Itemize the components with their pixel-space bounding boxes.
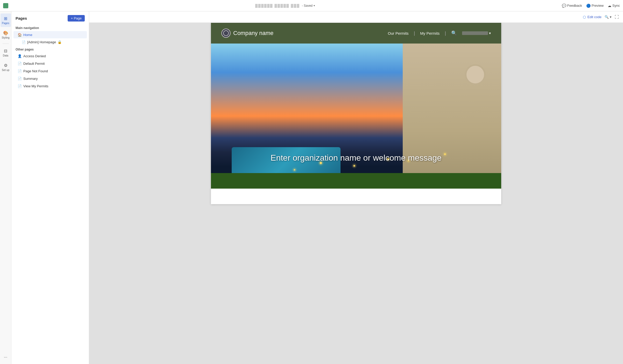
page-not-found-label: Page Not Found xyxy=(23,69,83,73)
icon-rail: ⊞ Pages 🎨 Styling ⊟ Data ⚙ Set up ··· xyxy=(0,11,11,364)
sidebar-header: Pages + Page xyxy=(11,11,89,24)
other-pages-label: Other pages xyxy=(11,46,89,52)
nav-my-permits[interactable]: My Permits xyxy=(420,31,440,35)
nav-divider: | xyxy=(414,31,415,36)
main-layout: ⊞ Pages 🎨 Styling ⊟ Data ⚙ Set up ··· Pa… xyxy=(0,11,623,364)
logo-icon xyxy=(221,28,231,38)
sidebar-item-data[interactable]: ⊟ Data xyxy=(1,46,11,59)
building-window xyxy=(465,64,486,85)
page-icon-notfound: 📄 xyxy=(18,69,22,73)
user-menu-button[interactable]: ▾ xyxy=(462,31,491,35)
expand-button[interactable]: ⛶ xyxy=(615,15,619,19)
styling-label-text: Styling xyxy=(2,36,9,39)
nav-our-permits[interactable]: Our Permits xyxy=(388,31,409,35)
building-image xyxy=(403,44,501,189)
page-icon: 📄 xyxy=(22,40,26,44)
top-bar-right: 💬 Feedback 🔵 Preview ☁ Sync xyxy=(562,4,620,8)
summary-label: Summary xyxy=(23,77,83,81)
sidebar-title: Pages xyxy=(16,16,27,20)
sidebar-item-page-not-found[interactable]: 📄 Page Not Found xyxy=(13,68,87,75)
sidebar-item-more[interactable]: ··· xyxy=(1,351,11,364)
sidebar-item-admin-homepage[interactable]: 📄 [Admin] Homepage 🔒 xyxy=(13,39,87,45)
vscode-icon: ⬡ xyxy=(583,15,586,19)
sidebar-item-summary[interactable]: 📄 Summary xyxy=(13,75,87,82)
light-dot-4 xyxy=(294,169,295,170)
sidebar-item-pages[interactable]: ⊞ Pages xyxy=(1,13,11,27)
hero-section: Enter organization name or welcome messa… xyxy=(211,44,501,189)
sidebar-item-view-my-permits[interactable]: 📄 View My Permits xyxy=(13,83,87,90)
home-icon: 🏠 xyxy=(18,33,22,37)
top-bar: ▓▓▓▓▓▓ ▓▓▓▓▓ ▓▓▓ - Saved ▾ 💬 Feedback 🔵 … xyxy=(0,0,623,11)
sidebar: Pages + Page Main navigation 🏠 Home ··· … xyxy=(11,11,89,364)
data-icon: ⊟ xyxy=(4,48,7,53)
more-icon: ··· xyxy=(4,355,7,360)
site-preview: Company name Our Permits | My Permits | … xyxy=(211,23,501,204)
default-permit-label: Default Permit xyxy=(23,62,83,66)
pages-icon: ⊞ xyxy=(4,16,7,21)
user-chevron-icon: ▾ xyxy=(489,31,491,35)
admin-homepage-label: [Admin] Homepage xyxy=(27,40,56,44)
sidebar-item-default-permit[interactable]: 📄 Default Permit xyxy=(13,60,87,67)
sync-button[interactable]: ☁ Sync xyxy=(608,4,620,8)
feedback-label: Feedback xyxy=(567,4,582,8)
feedback-icon: 💬 xyxy=(562,4,566,8)
styling-icon: 🎨 xyxy=(3,31,8,35)
lock-icon: 🔒 xyxy=(58,40,62,44)
preview-canvas: Company name Our Permits | My Permits | … xyxy=(89,23,623,364)
user-icon: 👤 xyxy=(18,54,22,58)
search-icon[interactable]: 🔍 xyxy=(451,30,457,36)
garden-area xyxy=(211,173,501,189)
sidebar-item-setup[interactable]: ⚙ Set up xyxy=(1,60,11,74)
view-my-permits-label: View My Permits xyxy=(23,84,83,88)
data-label: Data xyxy=(3,54,8,57)
page-icon-summary: 📄 xyxy=(18,77,22,81)
sync-label: Sync xyxy=(612,4,620,8)
main-nav-label: Main navigation xyxy=(11,24,89,31)
edit-code-button[interactable]: ⬡ Edit code xyxy=(583,15,601,19)
preview-button[interactable]: 🔵 Preview xyxy=(586,4,604,8)
app-icon xyxy=(3,3,8,8)
title-blurred: ▓▓▓▓▓▓ ▓▓▓▓▓ ▓▓▓ xyxy=(255,4,300,8)
sidebar-item-access-denied[interactable]: 👤 Access Denied xyxy=(13,53,87,60)
user-name-blurred xyxy=(462,31,488,35)
content-area: ⬡ Edit code 🔍 ▾ ⛶ Company name xyxy=(89,11,623,364)
sync-icon: ☁ xyxy=(608,4,611,8)
light-dot-2 xyxy=(353,165,355,167)
top-bar-left xyxy=(3,3,8,8)
top-bar-center: ▓▓▓▓▓▓ ▓▓▓▓▓ ▓▓▓ - Saved ▾ xyxy=(255,4,315,8)
saved-badge: - Saved ▾ xyxy=(302,4,315,8)
nav-divider-2: | xyxy=(445,31,446,36)
add-page-button[interactable]: + Page xyxy=(68,15,85,22)
site-logo: Company name xyxy=(221,28,273,38)
rail-divider xyxy=(3,44,9,44)
site-nav: Our Permits | My Permits | 🔍 ▾ xyxy=(279,30,491,36)
setup-icon: ⚙ xyxy=(4,63,8,68)
dropdown-chevron-icon[interactable]: ▾ xyxy=(314,4,315,7)
setup-label: Set up xyxy=(2,69,9,72)
hero-text: Enter organization name or welcome messa… xyxy=(211,153,501,163)
pages-label: Pages xyxy=(2,22,9,25)
feedback-button[interactable]: 💬 Feedback xyxy=(562,4,582,8)
sidebar-item-home[interactable]: 🏠 Home ··· xyxy=(13,31,87,38)
access-denied-label: Access Denied xyxy=(23,54,83,58)
site-header: Company name Our Permits | My Permits | … xyxy=(211,23,501,44)
page-icon-permits: 📄 xyxy=(18,84,22,88)
company-name: Company name xyxy=(233,30,273,37)
zoom-icon: 🔍 xyxy=(605,15,609,19)
preview-label: Preview xyxy=(592,4,604,8)
home-label: Home xyxy=(23,33,78,37)
saved-label: - Saved xyxy=(302,4,313,8)
page-icon-permit: 📄 xyxy=(18,62,22,66)
editor-toolbar: ⬡ Edit code 🔍 ▾ ⛶ xyxy=(89,11,623,23)
sidebar-item-styling[interactable]: 🎨 Styling xyxy=(1,28,11,41)
zoom-chevron-icon: ▾ xyxy=(610,15,612,19)
preview-icon: 🔵 xyxy=(586,4,591,8)
zoom-controls[interactable]: 🔍 ▾ xyxy=(605,15,612,19)
edit-code-label: Edit code xyxy=(587,15,601,19)
logo-circle-inner xyxy=(223,30,229,36)
